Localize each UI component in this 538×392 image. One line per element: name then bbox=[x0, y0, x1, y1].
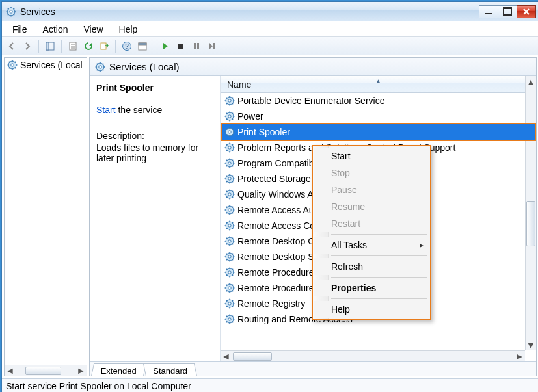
gear-icon bbox=[224, 298, 235, 309]
service-name: Remote Registry bbox=[237, 298, 305, 309]
status-bar: Start service Print Spooler on Local Com… bbox=[2, 378, 538, 392]
service-name: Print Spooler bbox=[237, 127, 290, 137]
tree-horizontal-scrollbar[interactable]: ◄ ► bbox=[5, 365, 87, 376]
pause-service-button[interactable] bbox=[189, 39, 204, 53]
properties-button[interactable] bbox=[66, 39, 80, 53]
status-text: Start service Print Spooler on Local Com… bbox=[6, 381, 191, 391]
gear-icon bbox=[224, 96, 235, 106]
svg-rect-22 bbox=[139, 43, 146, 45]
svg-text:?: ? bbox=[125, 43, 129, 50]
service-name: Portable Device Enumerator Service bbox=[237, 96, 384, 106]
svg-rect-26 bbox=[213, 43, 215, 49]
menu-separator bbox=[331, 234, 427, 235]
restart-service-button[interactable] bbox=[205, 39, 219, 53]
context-menu-item[interactable]: Start bbox=[314, 148, 429, 164]
close-button[interactable] bbox=[517, 5, 536, 18]
scroll-left-icon[interactable]: ◄ bbox=[221, 352, 232, 361]
context-menu-item: Resume bbox=[314, 198, 429, 215]
minimize-button[interactable] bbox=[479, 5, 498, 18]
export-button[interactable] bbox=[97, 39, 111, 53]
help-button[interactable]: ? bbox=[120, 39, 134, 53]
tree-root-item[interactable]: Services (Local bbox=[5, 58, 87, 72]
main-area: Services (Local ◄ ► Services (Local) Pri… bbox=[2, 55, 538, 378]
svg-rect-23 bbox=[178, 44, 183, 49]
menu-separator bbox=[331, 255, 427, 256]
gear-icon bbox=[224, 267, 235, 278]
menu-view[interactable]: View bbox=[77, 23, 109, 36]
tab-standard[interactable]: Standard bbox=[143, 363, 197, 376]
start-suffix: the service bbox=[116, 105, 163, 115]
scrollbar-thumb[interactable] bbox=[526, 201, 535, 246]
description-text: Loads files to memory for later printing bbox=[96, 142, 212, 163]
gear-icon bbox=[224, 174, 235, 184]
stop-service-button[interactable] bbox=[174, 39, 188, 53]
scrollbar-thumb[interactable] bbox=[233, 352, 272, 361]
menu-separator bbox=[331, 277, 427, 278]
list-vertical-scrollbar[interactable]: ▲ ▼ bbox=[525, 76, 536, 350]
context-menu-item[interactable]: Help bbox=[314, 301, 429, 318]
gear-icon bbox=[224, 127, 235, 137]
column-header-label: Name bbox=[227, 79, 251, 90]
service-row[interactable]: Portable Device Enumerator Service bbox=[221, 93, 536, 109]
gear-icon bbox=[224, 158, 235, 168]
service-detail-column: Print Spooler Start the service Descript… bbox=[90, 76, 220, 361]
scrollbar-thumb[interactable] bbox=[25, 367, 61, 375]
scroll-down-icon[interactable]: ▼ bbox=[526, 339, 536, 350]
maximize-button[interactable] bbox=[498, 5, 517, 18]
name-column-header[interactable]: Name ▲ bbox=[221, 76, 536, 93]
tab-extended[interactable]: Extended bbox=[91, 363, 146, 376]
scroll-right-icon[interactable]: ► bbox=[75, 366, 87, 376]
scroll-up-icon[interactable]: ▲ bbox=[526, 76, 536, 87]
scroll-right-icon[interactable]: ► bbox=[514, 352, 525, 361]
details-pane-title: Services (Local) bbox=[109, 61, 180, 72]
gear-icon bbox=[224, 189, 235, 200]
gear-icon bbox=[224, 142, 235, 153]
services-window: Services File Action View Help ? bbox=[1, 1, 538, 392]
details-pane-header: Services (Local) bbox=[90, 58, 536, 76]
service-row[interactable]: Power bbox=[221, 109, 536, 124]
calendar-icon[interactable] bbox=[135, 39, 150, 53]
svg-rect-18 bbox=[101, 43, 106, 49]
toolbar: ? bbox=[2, 37, 538, 55]
start-service-button[interactable] bbox=[158, 39, 172, 53]
description-label: Description: bbox=[96, 131, 212, 141]
menu-file[interactable]: File bbox=[6, 23, 34, 36]
view-tabs: Extended Standard bbox=[90, 361, 536, 376]
svg-rect-13 bbox=[46, 42, 49, 50]
start-link[interactable]: Start bbox=[96, 105, 116, 115]
service-name: Protected Storage bbox=[237, 174, 311, 184]
service-name: Power bbox=[237, 111, 263, 122]
menu-bar: File Action View Help bbox=[2, 21, 538, 37]
scroll-left-icon[interactable]: ◄ bbox=[5, 366, 16, 376]
context-menu-item[interactable]: Properties bbox=[314, 280, 429, 296]
window-title: Services bbox=[20, 7, 55, 17]
menu-separator bbox=[331, 298, 427, 299]
menu-action[interactable]: Action bbox=[36, 23, 75, 36]
svg-rect-25 bbox=[197, 43, 199, 49]
context-menu-item[interactable]: Refresh bbox=[314, 258, 429, 275]
gear-icon bbox=[95, 62, 105, 72]
title-bar[interactable]: Services bbox=[2, 2, 538, 21]
context-menu-item[interactable]: All Tasks bbox=[314, 237, 429, 254]
back-button[interactable] bbox=[5, 39, 19, 53]
gear-icon bbox=[224, 252, 235, 262]
gear-icon bbox=[224, 111, 235, 122]
gear-icon bbox=[224, 283, 235, 293]
refresh-button[interactable] bbox=[81, 39, 96, 53]
gear-icon bbox=[224, 236, 235, 246]
gear-icon bbox=[7, 60, 18, 70]
gear-icon bbox=[6, 7, 16, 17]
list-horizontal-scrollbar[interactable]: ◄ ► bbox=[221, 350, 525, 361]
svg-rect-24 bbox=[194, 43, 196, 49]
show-hide-tree-button[interactable] bbox=[43, 39, 57, 53]
gear-icon bbox=[224, 220, 235, 231]
context-menu-item: Stop bbox=[314, 164, 429, 181]
gear-icon bbox=[224, 314, 235, 324]
tree-root-label: Services (Local bbox=[20, 60, 83, 70]
selected-service-name: Print Spooler bbox=[96, 83, 212, 93]
forward-button[interactable] bbox=[20, 39, 34, 53]
service-row[interactable]: Print Spooler bbox=[221, 123, 536, 141]
console-tree-pane: Services (Local ◄ ► bbox=[4, 57, 87, 376]
gear-icon bbox=[224, 205, 235, 215]
menu-help[interactable]: Help bbox=[113, 23, 144, 36]
